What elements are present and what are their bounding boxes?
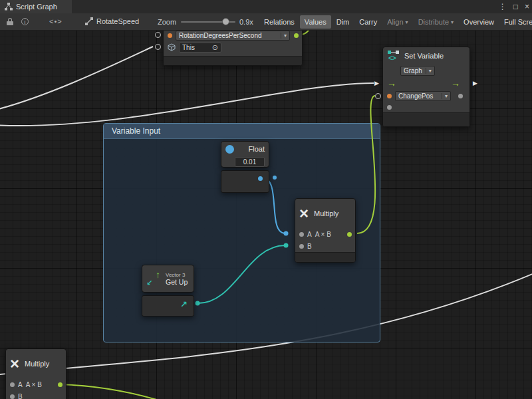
value-port-gray[interactable]	[387, 105, 392, 110]
window-titlebar: Script Graph ⋮ □ ×	[0, 0, 532, 14]
relations-button[interactable]: Relations	[259, 15, 299, 29]
graph-name: RotateSpeed	[96, 17, 139, 25]
graph-node-icon	[85, 17, 93, 25]
port-row-a: A A × B	[295, 228, 355, 240]
type-label: Vector 3	[166, 272, 188, 278]
chevron-down-icon: ▾	[406, 19, 408, 25]
flow-out-triangle-icon[interactable]: ▶	[473, 80, 477, 86]
group-title: Variable Input	[112, 126, 160, 136]
zoom-slider-handle[interactable]	[222, 18, 229, 25]
chevron-down-icon: ▾	[451, 19, 454, 25]
distribute-button[interactable]: Distribute ▾	[414, 15, 458, 29]
align-button[interactable]: Align ▾	[382, 15, 412, 29]
port-a-dot[interactable]	[299, 232, 304, 237]
node-get-up[interactable]: ↑ ↙ Vector 3 Get Up	[142, 265, 194, 293]
maximize-icon[interactable]: □	[513, 0, 518, 13]
variable-port-orange[interactable]	[168, 33, 172, 38]
wire-white-2	[0, 83, 374, 126]
svg-text:<>: <>	[388, 55, 396, 62]
node-title: Set Variable	[404, 52, 444, 60]
input-port-hollow[interactable]	[155, 32, 161, 38]
variable-dropdown[interactable]: RotationDegreesPerSecond ▾	[176, 31, 290, 41]
float-port-strip[interactable]	[221, 170, 269, 193]
wire-green-bottom	[60, 384, 168, 399]
flow-row: → →	[383, 76, 469, 90]
output-port-gray[interactable]	[458, 94, 463, 98]
vector3-icon: ↑ ↙	[146, 271, 161, 286]
float-output-port[interactable]	[258, 176, 263, 181]
node-set-variable[interactable]: <> Set Variable Graph ▾ → → ChangePos ▾	[382, 47, 470, 127]
float-header: Float	[221, 142, 269, 156]
tab-title: Script Graph	[16, 3, 57, 11]
node-multiply[interactable]: × Multiply A A × B B	[295, 198, 356, 263]
variable-name-dropdown[interactable]: ChangePos ▾	[395, 91, 451, 101]
flow-in-triangle-icon[interactable]: ▶	[374, 80, 379, 86]
scope-dropdown[interactable]: Graph ▾	[400, 66, 435, 76]
port-b-dot[interactable]	[10, 394, 15, 399]
graph-canvas[interactable]: Variable Input RotationDegreesPerSecond …	[0, 31, 532, 399]
script-graph-icon	[5, 3, 13, 11]
result-output-port[interactable]	[347, 232, 352, 237]
set-variable-header: <> Set Variable	[383, 47, 469, 65]
node-title: Multiply	[314, 209, 338, 217]
node-title: Multiply	[25, 360, 49, 368]
target-icon: ⊙	[212, 44, 218, 51]
overview-button[interactable]: Overview	[459, 15, 499, 29]
dim-button[interactable]: Dim	[332, 15, 354, 29]
port-a-dot[interactable]	[10, 382, 15, 387]
target-row: This ⊙	[164, 41, 302, 53]
node-variable-get[interactable]: RotationDegreesPerSecond ▾ This ⊙	[163, 31, 303, 66]
cube-icon	[168, 43, 176, 51]
get-up-header: ↑ ↙ Vector 3 Get Up	[142, 265, 194, 292]
menu-icon[interactable]: ⋮	[499, 0, 507, 13]
port-row-b: B	[6, 390, 66, 399]
float-icon	[225, 145, 234, 154]
float-value-row: 0.01	[221, 156, 269, 167]
name-port-orange[interactable]	[387, 94, 392, 98]
tab-script-graph[interactable]: Script Graph	[0, 0, 72, 13]
flow-out-icon[interactable]: →	[451, 78, 460, 88]
group-header[interactable]: Variable Input	[104, 124, 380, 139]
toolbar-buttons: Relations Values Dim Carry Align ▾ Distr…	[259, 13, 532, 31]
close-icon[interactable]: ×	[525, 0, 529, 13]
port-b-dot[interactable]	[299, 244, 304, 249]
chevron-down-icon: ▾	[426, 68, 432, 74]
port-row-a: A A × B	[6, 378, 66, 390]
get-up-port-strip[interactable]: ↗	[142, 295, 194, 317]
multiply-icon: ×	[299, 206, 309, 221]
multiply-header: × Multiply	[295, 199, 355, 228]
wire-white-1	[0, 47, 153, 110]
input-port-hollow[interactable]	[155, 44, 161, 50]
value-row	[383, 102, 469, 112]
values-button[interactable]: Values	[300, 15, 331, 29]
info-icon[interactable]: i	[21, 18, 29, 25]
chevron-down-icon: ▾	[442, 93, 448, 99]
port-row-b: B	[295, 240, 355, 252]
float-value-input[interactable]: 0.01	[235, 157, 265, 167]
this-field[interactable]: This ⊙	[179, 43, 221, 53]
variable-name-row: ChangePos ▾	[383, 90, 469, 102]
node-title: Get Up	[166, 278, 188, 286]
node-footer	[295, 252, 355, 262]
variable-get-row: RotationDegreesPerSecond ▾	[164, 31, 302, 41]
carry-button[interactable]: Carry	[354, 15, 382, 29]
result-output-port[interactable]	[58, 382, 63, 387]
zoom-value: 0.9x	[239, 18, 253, 26]
multiply-icon: ×	[10, 356, 19, 371]
flow-in-icon[interactable]: →	[387, 78, 396, 88]
multiply-header: × Multiply	[6, 349, 66, 378]
node-float[interactable]: Float 0.01	[221, 141, 269, 168]
graph-reference[interactable]: RotateSpeed	[85, 17, 139, 25]
input-port-hollow[interactable]	[375, 93, 381, 99]
window-controls: ⋮ □ ×	[499, 0, 529, 13]
lock-icon[interactable]	[7, 18, 13, 26]
graph-toolbar: i <•> RotateSpeed Zoom 0.9x Relations Va…	[0, 13, 532, 31]
code-icon[interactable]: <•>	[49, 17, 63, 25]
variable-output-port[interactable]	[294, 33, 299, 38]
node-title: Float	[249, 145, 265, 153]
zoom-label: Zoom	[158, 18, 176, 26]
set-variable-icon: <>	[387, 49, 400, 63]
full-screen-button[interactable]: Full Screen	[499, 15, 532, 29]
vector-output-port-icon[interactable]: ↗	[180, 299, 188, 309]
node-multiply-2[interactable]: × Multiply A A × B B	[5, 348, 66, 399]
